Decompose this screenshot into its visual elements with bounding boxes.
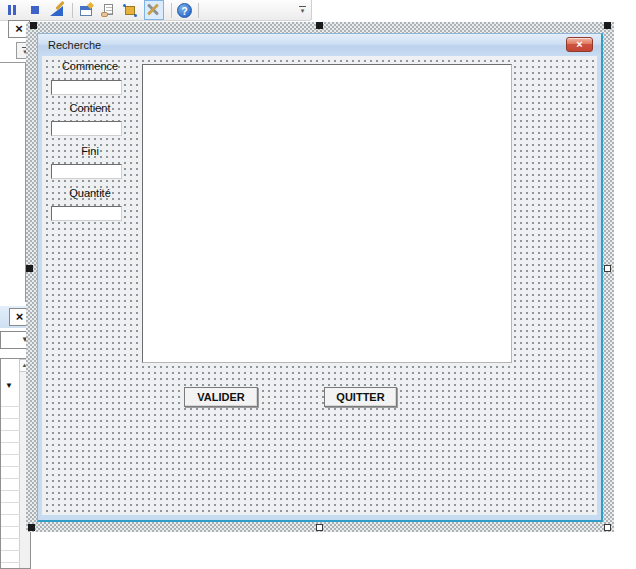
help-icon[interactable]: ? (177, 3, 192, 18)
toolbox-icon[interactable] (144, 0, 164, 20)
textbox-fini[interactable] (51, 164, 122, 179)
userform-titlebar[interactable]: Recherche × (38, 34, 601, 56)
toolbar-options-grip[interactable]: ▾ (296, 1, 309, 19)
resize-handle-top-right (604, 22, 611, 29)
break-icon[interactable] (5, 2, 21, 18)
reset-icon[interactable] (27, 2, 43, 18)
object-browser-icon[interactable] (122, 2, 138, 18)
results-listbox[interactable] (142, 64, 512, 363)
textbox-quantite[interactable] (51, 206, 122, 221)
resize-handle-top-center (316, 22, 323, 29)
resize-handle-bottom-right[interactable] (604, 524, 611, 531)
properties-rows (1, 395, 20, 563)
toolbar-separator (198, 3, 199, 18)
userform-window[interactable]: Recherche × Commence Contient Fini Quant… (37, 33, 603, 522)
resize-handle-middle-left (26, 265, 33, 272)
quitter-button[interactable]: QUITTER (324, 387, 397, 407)
toolbar-separator (171, 3, 172, 18)
resize-handle-bottom-left (28, 524, 35, 531)
vbe-screen: ? ▾ × ▾ × ▼ ▲ ▼ Recherche × Commence Con… (0, 0, 636, 569)
userform-title: Recherche (48, 39, 101, 51)
userform-client-area[interactable]: Commence Contient Fini Quantité VALIDER … (42, 56, 597, 515)
valider-button[interactable]: VALIDER (184, 387, 258, 407)
resize-handle-bottom-center[interactable] (316, 524, 323, 531)
label-commence[interactable]: Commence (59, 60, 121, 72)
project-explorer-panel (0, 62, 26, 302)
textbox-commence[interactable] (51, 80, 122, 95)
resize-handle-top-left (30, 22, 37, 29)
label-fini[interactable]: Fini (59, 145, 121, 157)
grid-dropdown-icon[interactable]: ▼ (5, 381, 13, 390)
toolbar-separator (72, 3, 73, 18)
standard-toolbar: ? ▾ (0, 0, 312, 21)
project-explorer-icon[interactable] (78, 2, 94, 18)
userform-close-button[interactable]: × (566, 37, 593, 52)
textbox-contient[interactable] (51, 121, 122, 136)
label-contient[interactable]: Contient (59, 102, 121, 114)
label-quantite[interactable]: Quantité (59, 187, 121, 199)
properties-window-icon[interactable] (100, 2, 116, 18)
design-mode-icon[interactable] (49, 2, 65, 18)
resize-handle-middle-right[interactable] (604, 265, 611, 272)
